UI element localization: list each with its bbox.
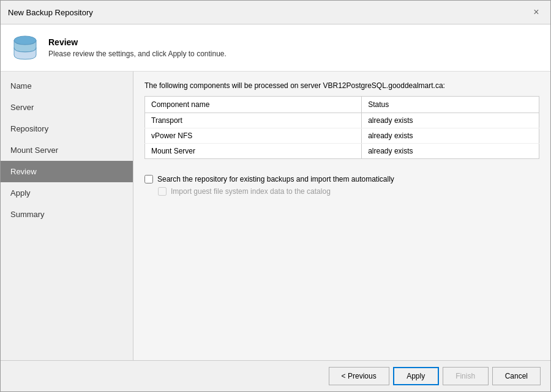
sidebar-item-apply[interactable]: Apply xyxy=(1,182,133,204)
col-status-header: Status xyxy=(362,97,539,113)
table-row: vPower NFS already exists xyxy=(145,128,539,144)
sidebar-item-server[interactable]: Server xyxy=(1,97,133,118)
content-area: The following components will be process… xyxy=(133,72,550,360)
sidebar-item-repository[interactable]: Repository xyxy=(1,118,133,139)
previous-button[interactable]: < Previous xyxy=(329,367,389,385)
header-description: Please review the settings, and click Ap… xyxy=(48,50,227,58)
content-description: The following components will be process… xyxy=(144,81,539,90)
import-index-label: Import guest file system index data to t… xyxy=(171,187,331,196)
database-icon xyxy=(10,33,40,62)
sidebar-item-review[interactable]: Review xyxy=(1,161,133,182)
table-row: Mount Server already exists xyxy=(145,144,539,159)
window-title: New Backup Repository xyxy=(8,8,93,17)
footer: < Previous Apply Finish Cancel xyxy=(1,360,550,391)
components-table: Component name Status Transport already … xyxy=(144,96,539,159)
close-button[interactable]: × xyxy=(530,6,543,19)
component-name-cell: Mount Server xyxy=(145,144,362,159)
checkbox-row-1: Search the repository for existing backu… xyxy=(144,175,539,183)
status-cell: already exists xyxy=(362,128,539,144)
search-repo-label[interactable]: Search the repository for existing backu… xyxy=(157,175,394,183)
bottom-options: Search the repository for existing backu… xyxy=(144,169,539,202)
sidebar-item-name[interactable]: Name xyxy=(1,75,133,97)
title-bar: New Backup Repository × xyxy=(1,1,550,24)
status-cell: already exists xyxy=(362,144,539,159)
main-area: Name Server Repository Mount Server Revi… xyxy=(1,72,550,360)
finish-button: Finish xyxy=(443,367,489,385)
apply-button[interactable]: Apply xyxy=(393,367,439,385)
cancel-button[interactable]: Cancel xyxy=(492,367,541,385)
sidebar-item-summary[interactable]: Summary xyxy=(1,204,133,225)
search-repo-checkbox[interactable] xyxy=(144,175,153,183)
dialog: New Backup Repository × Review Please re… xyxy=(0,0,551,392)
table-row: Transport already exists xyxy=(145,113,539,128)
sidebar-item-mount-server[interactable]: Mount Server xyxy=(1,139,133,161)
component-name-cell: Transport xyxy=(145,113,362,128)
header-title: Review xyxy=(48,37,227,47)
header-area: Review Please review the settings, and c… xyxy=(1,24,550,72)
component-name-cell: vPower NFS xyxy=(145,128,362,144)
import-index-checkbox xyxy=(158,187,167,196)
checkbox-row-2: Import guest file system index data to t… xyxy=(158,187,539,196)
sidebar: Name Server Repository Mount Server Revi… xyxy=(1,72,133,360)
header-text: Review Please review the settings, and c… xyxy=(48,37,227,58)
status-cell: already exists xyxy=(362,113,539,128)
col-component-header: Component name xyxy=(145,97,362,113)
svg-point-0 xyxy=(14,36,36,45)
